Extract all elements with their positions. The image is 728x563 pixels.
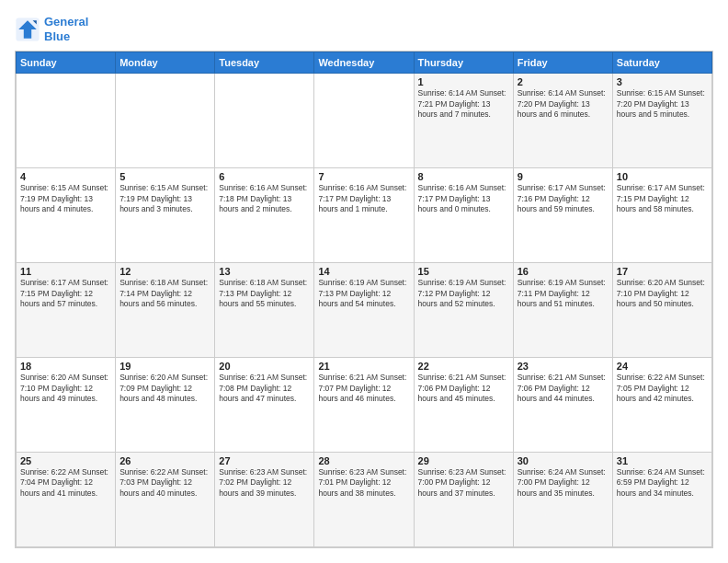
day-number: 30: [518, 455, 609, 466]
day-info: Sunrise: 6:19 AM Sunset: 7:11 PM Dayligh…: [518, 278, 609, 309]
day-number: 15: [418, 266, 509, 277]
calendar-header: SundayMondayTuesdayWednesdayThursdayFrid…: [17, 52, 712, 74]
day-cell: [314, 74, 414, 168]
day-number: 10: [617, 171, 708, 182]
day-info: Sunrise: 6:21 AM Sunset: 7:06 PM Dayligh…: [418, 373, 509, 404]
weekday-header-sunday: Sunday: [17, 52, 116, 74]
day-number: 2: [518, 76, 609, 87]
day-cell: 8Sunrise: 6:16 AM Sunset: 7:17 PM Daylig…: [414, 168, 513, 263]
day-number: 17: [617, 266, 708, 277]
day-number: 6: [219, 171, 310, 182]
weekday-header-tuesday: Tuesday: [215, 52, 314, 74]
weekday-header-wednesday: Wednesday: [314, 52, 414, 74]
day-cell: 31Sunrise: 6:24 AM Sunset: 6:59 PM Dayli…: [612, 453, 711, 547]
day-cell: 18Sunrise: 6:20 AM Sunset: 7:10 PM Dayli…: [17, 358, 116, 453]
day-number: 23: [518, 361, 609, 372]
day-number: 1: [418, 76, 509, 87]
day-info: Sunrise: 6:21 AM Sunset: 7:07 PM Dayligh…: [318, 373, 409, 404]
week-row-4: 18Sunrise: 6:20 AM Sunset: 7:10 PM Dayli…: [17, 358, 712, 453]
day-cell: 23Sunrise: 6:21 AM Sunset: 7:06 PM Dayli…: [513, 358, 612, 453]
weekday-header-thursday: Thursday: [414, 52, 513, 74]
day-cell: 22Sunrise: 6:21 AM Sunset: 7:06 PM Dayli…: [414, 358, 513, 453]
day-info: Sunrise: 6:22 AM Sunset: 7:04 PM Dayligh…: [20, 467, 111, 499]
day-info: Sunrise: 6:18 AM Sunset: 7:14 PM Dayligh…: [119, 278, 210, 309]
day-number: 8: [418, 171, 509, 182]
day-cell: 21Sunrise: 6:21 AM Sunset: 7:07 PM Dayli…: [314, 358, 414, 453]
day-number: 11: [20, 266, 111, 277]
day-cell: 27Sunrise: 6:23 AM Sunset: 7:02 PM Dayli…: [215, 453, 314, 547]
day-number: 26: [119, 455, 210, 466]
week-row-2: 4Sunrise: 6:15 AM Sunset: 7:19 PM Daylig…: [17, 168, 712, 263]
day-info: Sunrise: 6:16 AM Sunset: 7:17 PM Dayligh…: [318, 183, 409, 214]
day-number: 24: [617, 361, 708, 372]
day-info: Sunrise: 6:20 AM Sunset: 7:10 PM Dayligh…: [617, 278, 708, 309]
day-info: Sunrise: 6:14 AM Sunset: 7:20 PM Dayligh…: [518, 88, 609, 120]
day-cell: 1Sunrise: 6:14 AM Sunset: 7:21 PM Daylig…: [414, 74, 513, 168]
calendar-table: SundayMondayTuesdayWednesdayThursdayFrid…: [16, 52, 712, 547]
day-cell: 19Sunrise: 6:20 AM Sunset: 7:09 PM Dayli…: [116, 358, 215, 453]
day-info: Sunrise: 6:17 AM Sunset: 7:15 PM Dayligh…: [617, 183, 708, 214]
day-info: Sunrise: 6:24 AM Sunset: 7:00 PM Dayligh…: [518, 467, 609, 499]
day-info: Sunrise: 6:16 AM Sunset: 7:17 PM Dayligh…: [418, 183, 509, 214]
day-info: Sunrise: 6:18 AM Sunset: 7:13 PM Dayligh…: [219, 278, 310, 309]
calendar-body: 1Sunrise: 6:14 AM Sunset: 7:21 PM Daylig…: [17, 74, 712, 547]
day-info: Sunrise: 6:15 AM Sunset: 7:19 PM Dayligh…: [119, 183, 210, 214]
day-info: Sunrise: 6:17 AM Sunset: 7:16 PM Dayligh…: [518, 183, 609, 214]
day-cell: 17Sunrise: 6:20 AM Sunset: 7:10 PM Dayli…: [612, 263, 711, 358]
week-row-5: 25Sunrise: 6:22 AM Sunset: 7:04 PM Dayli…: [17, 453, 712, 547]
day-cell: 6Sunrise: 6:16 AM Sunset: 7:18 PM Daylig…: [215, 168, 314, 263]
day-cell: 9Sunrise: 6:17 AM Sunset: 7:16 PM Daylig…: [513, 168, 612, 263]
day-cell: 13Sunrise: 6:18 AM Sunset: 7:13 PM Dayli…: [215, 263, 314, 358]
day-info: Sunrise: 6:14 AM Sunset: 7:21 PM Dayligh…: [418, 88, 509, 120]
week-row-3: 11Sunrise: 6:17 AM Sunset: 7:15 PM Dayli…: [17, 263, 712, 358]
day-cell: 20Sunrise: 6:21 AM Sunset: 7:08 PM Dayli…: [215, 358, 314, 453]
day-number: 13: [219, 266, 310, 277]
day-cell: 28Sunrise: 6:23 AM Sunset: 7:01 PM Dayli…: [314, 453, 414, 547]
day-info: Sunrise: 6:21 AM Sunset: 7:08 PM Dayligh…: [219, 373, 310, 404]
day-cell: 4Sunrise: 6:15 AM Sunset: 7:19 PM Daylig…: [17, 168, 116, 263]
weekday-header-saturday: Saturday: [612, 52, 711, 74]
day-number: 9: [518, 171, 609, 182]
weekday-header-monday: Monday: [116, 52, 215, 74]
day-cell: 24Sunrise: 6:22 AM Sunset: 7:05 PM Dayli…: [612, 358, 711, 453]
day-number: 31: [617, 455, 708, 466]
day-info: Sunrise: 6:22 AM Sunset: 7:03 PM Dayligh…: [119, 467, 210, 499]
day-info: Sunrise: 6:15 AM Sunset: 7:19 PM Dayligh…: [20, 183, 111, 214]
day-number: 12: [119, 266, 210, 277]
logo-area: General Blue: [15, 15, 88, 43]
day-info: Sunrise: 6:19 AM Sunset: 7:13 PM Dayligh…: [318, 278, 409, 309]
day-info: Sunrise: 6:17 AM Sunset: 7:15 PM Dayligh…: [20, 278, 111, 309]
day-cell: 10Sunrise: 6:17 AM Sunset: 7:15 PM Dayli…: [612, 168, 711, 263]
day-info: Sunrise: 6:23 AM Sunset: 7:01 PM Dayligh…: [318, 467, 409, 499]
day-cell: 29Sunrise: 6:23 AM Sunset: 7:00 PM Dayli…: [414, 453, 513, 547]
logo-icon: [15, 17, 40, 42]
day-cell: 3Sunrise: 6:15 AM Sunset: 7:20 PM Daylig…: [612, 74, 711, 168]
day-cell: 25Sunrise: 6:22 AM Sunset: 7:04 PM Dayli…: [17, 453, 116, 547]
day-info: Sunrise: 6:20 AM Sunset: 7:09 PM Dayligh…: [119, 373, 210, 404]
day-info: Sunrise: 6:24 AM Sunset: 6:59 PM Dayligh…: [617, 467, 708, 499]
day-cell: 11Sunrise: 6:17 AM Sunset: 7:15 PM Dayli…: [17, 263, 116, 358]
day-number: 5: [119, 171, 210, 182]
day-info: Sunrise: 6:15 AM Sunset: 7:20 PM Dayligh…: [617, 88, 708, 120]
day-info: Sunrise: 6:21 AM Sunset: 7:06 PM Dayligh…: [518, 373, 609, 404]
day-cell: 30Sunrise: 6:24 AM Sunset: 7:00 PM Dayli…: [513, 453, 612, 547]
week-row-1: 1Sunrise: 6:14 AM Sunset: 7:21 PM Daylig…: [17, 74, 712, 168]
day-info: Sunrise: 6:22 AM Sunset: 7:05 PM Dayligh…: [617, 373, 708, 404]
day-number: 7: [318, 171, 409, 182]
day-cell: [17, 74, 116, 168]
day-number: 22: [418, 361, 509, 372]
calendar: SundayMondayTuesdayWednesdayThursdayFrid…: [15, 51, 713, 548]
day-number: 20: [219, 361, 310, 372]
day-info: Sunrise: 6:19 AM Sunset: 7:12 PM Dayligh…: [418, 278, 509, 309]
day-info: Sunrise: 6:23 AM Sunset: 7:00 PM Dayligh…: [418, 467, 509, 499]
day-number: 4: [20, 171, 111, 182]
logo-text: General Blue: [44, 15, 88, 43]
weekday-header-friday: Friday: [513, 52, 612, 74]
day-cell: 2Sunrise: 6:14 AM Sunset: 7:20 PM Daylig…: [513, 74, 612, 168]
day-cell: 15Sunrise: 6:19 AM Sunset: 7:12 PM Dayli…: [414, 263, 513, 358]
header: General Blue: [15, 15, 713, 43]
day-number: 29: [418, 455, 509, 466]
day-cell: [215, 74, 314, 168]
day-number: 3: [617, 76, 708, 87]
day-number: 25: [20, 455, 111, 466]
